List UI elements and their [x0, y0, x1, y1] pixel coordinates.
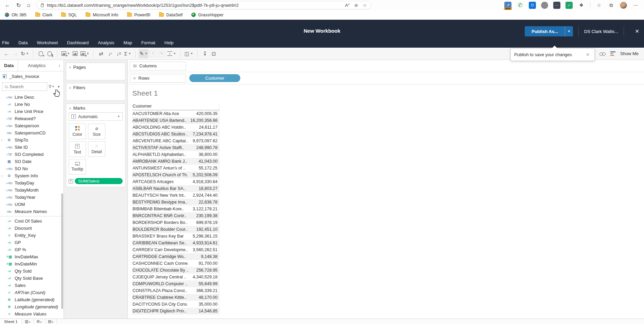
field-item[interactable]: ⊕ Latitude (generated) [0, 296, 64, 303]
tooltip-button[interactable]: Tooltip [69, 159, 86, 175]
table-row[interactable]: ABCVENTURE ABC Capital.. 9,973,097.62 [132, 137, 219, 144]
new-worksheet-tab-button[interactable]: ▥+ [22, 319, 34, 324]
table-row[interactable]: CARIBBEAN Caribbean Se.. 4,933,914.61 [132, 240, 219, 246]
highlight-button[interactable]: ✎▼ [139, 49, 149, 58]
sort-ascending-button[interactable]: ↓≡ [105, 49, 114, 58]
favorites-icon[interactable]: ☆ [595, 2, 603, 9]
customer-cell[interactable]: ACTIVESTAF Active Staffi.. [132, 145, 188, 150]
table-row[interactable]: DIGITECHPR Digitech Prin.. 14,546.85 [132, 308, 219, 314]
value-cell[interactable]: 22,636.78 [188, 200, 219, 205]
table-row[interactable]: CARTRIDGE Cartridge Wo.. 9,148.38 [132, 253, 219, 260]
field-item[interactable]: =# Sales [0, 282, 64, 289]
value-cell[interactable]: 2,924,744.40 [188, 193, 219, 198]
customer-cell[interactable]: ABCSTUDIOS ABC Studios . [132, 132, 188, 136]
outlook-icon[interactable]: O [529, 2, 536, 9]
read-aloud-icon[interactable]: A″ [345, 3, 349, 8]
value-cell[interactable]: 9,973,097.62 [188, 139, 219, 143]
value-cell[interactable]: 38,800.00 [188, 152, 219, 157]
view-options-icon[interactable]: ▼ [56, 84, 62, 89]
table-row[interactable]: BIBIMBAB Bibimbab Kore.. 3,122,178.21 [132, 206, 219, 212]
value-cell[interactable]: 366,339.21 [188, 288, 219, 293]
customer-cell[interactable]: CARTRIDGE Cartridge Wo.. [132, 254, 188, 259]
loop-icon[interactable] [541, 2, 548, 9]
value-cell[interactable]: 5,298,361.15 [188, 234, 219, 239]
menu-item[interactable]: Map [123, 40, 132, 45]
collections-icon[interactable]: ⧉ [608, 2, 615, 9]
add-favorite-icon[interactable]: ☆ [363, 3, 367, 8]
table-row[interactable]: AMROBANK AMRO Bank J.. 41,043.00 [132, 158, 219, 165]
menu-item[interactable]: Analysis [98, 40, 114, 45]
customer-cell[interactable]: BESTYPEIMG Bestype Ima.. [132, 200, 188, 205]
customer-cell[interactable]: BRASSKEY Brass Key Bar [132, 234, 188, 239]
browser-back-icon[interactable]: ← [5, 2, 10, 8]
browser-refresh-icon[interactable]: ↻ [16, 2, 21, 9]
field-item[interactable]: =Abc Salesperson [0, 122, 64, 129]
value-cell[interactable]: 48,170.00 [188, 295, 219, 300]
bookmark-item[interactable]: PowerBI [127, 13, 150, 17]
menu-item[interactable]: File [2, 40, 9, 45]
field-item[interactable]: =# GP [0, 239, 64, 246]
filter-fields-icon[interactable]: ∇▼ [49, 84, 54, 89]
value-cell[interactable]: 4,340,529.18 [188, 275, 219, 279]
rows-shelf[interactable]: ≡ Rows Customer [128, 72, 644, 84]
value-cell[interactable]: 91,700.00 [188, 261, 219, 266]
field-item[interactable]: =# Line No [0, 101, 64, 108]
value-cell[interactable]: 9,148.38 [188, 254, 219, 259]
value-cell[interactable]: 699,978.19 [188, 220, 219, 225]
field-item[interactable]: › ⧉ ShipTo [0, 136, 64, 144]
redo-button[interactable]: → [11, 49, 20, 58]
new-extension-icon[interactable]: ↗ [504, 2, 511, 9]
table-row[interactable]: ABCSTUDIOS ABC Studios . 7,234,978.41 [132, 131, 219, 137]
customer-cell[interactable]: CARRDEV Carr Developme.. [132, 247, 188, 252]
field-item[interactable]: =Abc SO No [0, 165, 64, 172]
value-cell[interactable]: 7,234,978.41 [188, 132, 219, 136]
bookmark-item[interactable]: Microsoft Info [86, 13, 118, 17]
table-row[interactable]: ALPHABETLD Alphabetlan.. 38,800.00 [132, 151, 219, 158]
field-item[interactable]: › ⧉ System Info [0, 172, 64, 179]
table-row[interactable]: AACUSTOMER Alta Ace 420,005.35 [132, 110, 219, 117]
table-row[interactable]: BNRCONTRAC BNR Contr.. 230,199.38 [132, 212, 219, 219]
customer-cell[interactable]: ALPHABETLD Alphabetlan.. [132, 152, 188, 157]
customer-cell[interactable]: BEAUTYSCH New York Int.. [132, 193, 188, 198]
table-row[interactable]: BOULDERCR Boulder Cour.. 192,451.10 [132, 226, 219, 233]
field-item[interactable]: =# Qty Sold Base [0, 275, 64, 282]
field-item[interactable]: =# Cost Of Sales [0, 217, 64, 225]
field-item[interactable]: Abc SalespersonCD [0, 129, 64, 136]
tab-data[interactable]: Data [0, 60, 18, 71]
customer-cell[interactable]: CASHCONNEC Cash Conne.. [132, 261, 188, 266]
collapse-card-icon[interactable]: ∧ [69, 66, 71, 69]
browser-menu-icon[interactable]: ⋯ [632, 2, 639, 9]
find-icon[interactable] [599, 52, 606, 56]
customer-cell[interactable]: AACUSTOMER Alta Ace [132, 111, 188, 116]
table-row[interactable]: ACTIVESTAF Active Staffi.. 248,990.78 [132, 144, 219, 151]
value-cell[interactable]: 18,803.27 [188, 186, 219, 191]
field-item[interactable]: Abc Measure Names [0, 208, 64, 215]
field-item[interactable]: =Abc TodayMonth [0, 187, 64, 194]
menu-item[interactable]: Dashboard [67, 40, 89, 45]
expand-icon[interactable]: › [0, 138, 4, 142]
table-row[interactable]: CJOEQUIP Jersey Central .. 4,340,529.18 [132, 274, 219, 280]
field-item[interactable]: =T|F Released? [0, 115, 64, 122]
presentation-mode-button[interactable]: ⊡ [209, 49, 218, 58]
table-row[interactable]: COMPUWORLD Computer .. 55,649.99 [132, 280, 219, 287]
show-me-icon[interactable] [610, 51, 615, 56]
extensions-puzzle-icon[interactable]: ❖ [578, 2, 585, 9]
value-cell[interactable]: 55,172.25 [188, 166, 219, 171]
undo-button[interactable]: ← [2, 49, 11, 58]
totals-button[interactable]: Σ▼ [123, 49, 132, 58]
collapse-card-icon[interactable]: ∧ [69, 107, 71, 110]
field-item[interactable]: =# Line Unit Price [0, 108, 64, 115]
publish-dropdown-icon[interactable]: ▼ [565, 26, 573, 36]
customer-cell[interactable]: ANTUNSWEST Antun's of .. [132, 166, 188, 171]
field-item[interactable]: =Abc TodayYear [0, 194, 64, 201]
value-cell[interactable]: 24,611.17 [188, 125, 219, 130]
publish-as-button[interactable]: Publish As... [525, 26, 565, 36]
value-cell[interactable]: 420,005.35 [188, 111, 219, 116]
table-row[interactable]: APOSTELSCH Church of Th.. 5,202,506.09 [132, 172, 219, 178]
value-cell[interactable]: 35,000.00 [188, 302, 219, 307]
tooltip-close-icon[interactable]: ✕ [585, 51, 591, 58]
table-row[interactable]: ANTUNSWEST Antun's of .. 55,172.25 [132, 165, 219, 172]
sum-sales-pill[interactable]: SUM(Sales) [75, 178, 123, 184]
value-cell[interactable]: 4,933,914.61 [188, 241, 219, 245]
field-item[interactable]: =# Discount [0, 225, 64, 232]
